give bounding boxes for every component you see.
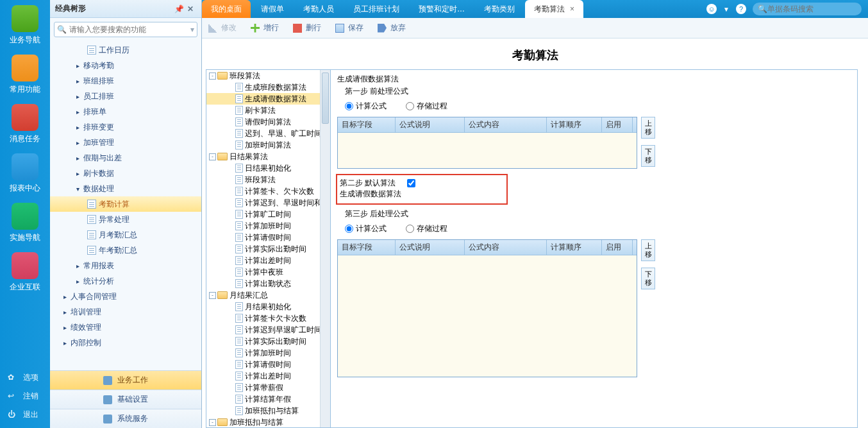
radio-calc-3-input[interactable] bbox=[345, 225, 353, 233]
sidebar-tree-item[interactable]: ▸排班变更 bbox=[50, 119, 201, 135]
rail-item-fav[interactable]: 常用功能 bbox=[0, 49, 50, 99]
sidebar-tree-item[interactable]: ▸绩效管理 bbox=[50, 320, 201, 335]
expand-icon[interactable]: - bbox=[209, 153, 216, 160]
move-up-button[interactable]: 上移 bbox=[641, 239, 655, 261]
move-down-button[interactable]: 下移 bbox=[641, 145, 655, 167]
sidebar-tree-item[interactable]: ▸移动考勤 bbox=[50, 58, 201, 73]
algo-tree-item[interactable]: 计算出勤状态 bbox=[206, 278, 330, 289]
algo-tree-item[interactable]: 班段算法 bbox=[206, 174, 330, 185]
radio-calc-input[interactable] bbox=[345, 102, 353, 110]
sidebar-tree-item[interactable]: ▸统计分析 bbox=[50, 273, 201, 289]
algo-tree-item[interactable]: 计算出差时间 bbox=[206, 255, 330, 266]
sidebar-tree-item[interactable]: ▸培训管理 bbox=[50, 304, 201, 320]
step3-grid[interactable]: 目标字段 公式说明 公式内容 计算顺序 启用 bbox=[337, 239, 637, 377]
expand-icon[interactable]: - bbox=[209, 292, 216, 299]
grid-col[interactable]: 公式说明 bbox=[396, 117, 465, 132]
radio-proc-3-input[interactable] bbox=[406, 225, 414, 233]
tab[interactable]: 员工排班计划 bbox=[344, 0, 408, 18]
sidebar-tree-item[interactable]: 工作日历 bbox=[50, 42, 201, 58]
scrollbar[interactable] bbox=[320, 70, 330, 427]
sidebar-tree-item[interactable]: ▸加班管理 bbox=[50, 135, 201, 150]
algo-tree-item[interactable]: 计算出差时间 bbox=[206, 370, 330, 382]
global-search[interactable]: 🔍 bbox=[753, 3, 862, 15]
algo-tree-item[interactable]: 加班时间算法 bbox=[206, 139, 330, 151]
algo-tree-item[interactable]: 计算迟到早退旷工时间 bbox=[206, 324, 330, 336]
radio-proc-input[interactable] bbox=[406, 102, 414, 110]
algo-tree-item[interactable]: 计算请假时间 bbox=[206, 359, 330, 370]
algo-tree-item[interactable]: -日结果算法 bbox=[206, 151, 330, 162]
expand-icon[interactable]: - bbox=[209, 73, 216, 80]
tab[interactable]: 我的桌面 bbox=[202, 0, 251, 18]
algo-tree-item[interactable]: 迟到、早退、旷工时间 bbox=[206, 128, 330, 139]
step1-grid[interactable]: 目标字段 公式说明 公式内容 计算顺序 启用 bbox=[337, 117, 637, 169]
sidebar-tree-item[interactable]: 异常处理 bbox=[50, 212, 201, 227]
algo-tree-item[interactable]: 计算签卡、欠卡次数 bbox=[206, 185, 330, 197]
grid-body[interactable] bbox=[338, 132, 637, 168]
algo-tree-item[interactable]: 日结果初始化 bbox=[206, 162, 330, 174]
help-icon[interactable]: ? bbox=[736, 4, 746, 14]
grid-col[interactable]: 公式说明 bbox=[396, 240, 465, 255]
save-button[interactable]: 保存 bbox=[335, 22, 363, 33]
tab[interactable]: 考勤类别 bbox=[475, 0, 524, 18]
grid-col[interactable]: 计算顺序 bbox=[547, 240, 602, 255]
rail-item-report[interactable]: 报表中心 bbox=[0, 148, 50, 198]
grid-col[interactable]: 启用 bbox=[602, 240, 633, 255]
sidebar-tree-item[interactable]: ▾数据处理 bbox=[50, 181, 201, 196]
sidebar-tree-item[interactable]: ▸员工排班 bbox=[50, 89, 201, 104]
algo-tree-item[interactable]: -加班抵扣与结算 bbox=[206, 416, 330, 428]
sidebar-tree-item[interactable]: ▸内部控制 bbox=[50, 335, 201, 350]
sidebar-btn-base[interactable]: 基础设置 bbox=[50, 389, 201, 409]
grid-col[interactable]: 公式内容 bbox=[465, 240, 547, 255]
sidebar-tree-item[interactable]: 年考勤汇总 bbox=[50, 243, 201, 258]
algo-tree-item[interactable]: 月结果初始化 bbox=[206, 301, 330, 312]
algo-tree-item[interactable]: 计算签卡欠卡次数 bbox=[206, 312, 330, 324]
sidebar-tree-item[interactable]: ▸人事合同管理 bbox=[50, 289, 201, 304]
sidebar-tree-item[interactable]: ▸排班单 bbox=[50, 104, 201, 119]
add-row-button[interactable]: 增行 bbox=[251, 22, 279, 33]
rail-item-impl[interactable]: 实施导航 bbox=[0, 198, 50, 247]
discard-button[interactable]: 放弃 bbox=[378, 22, 406, 33]
algo-tree-item[interactable]: 生成请假数据算法 bbox=[206, 93, 330, 105]
smile-icon[interactable]: ☺ bbox=[706, 4, 717, 14]
algo-tree-item[interactable]: 计算迟到、早退时间和 bbox=[206, 197, 330, 209]
algo-tree-item[interactable]: 计算结算年假 bbox=[206, 393, 330, 405]
tab[interactable]: 考勤人员 bbox=[294, 0, 343, 18]
sidebar-btn-work[interactable]: 业务工作 bbox=[50, 370, 201, 389]
global-search-input[interactable] bbox=[767, 4, 864, 13]
tab[interactable]: 考勤算法× bbox=[525, 0, 583, 18]
radio-calc-3[interactable]: 计算公式 bbox=[345, 223, 387, 234]
sidebar-tree-item[interactable]: ▸班组排班 bbox=[50, 73, 201, 89]
search-input[interactable] bbox=[69, 25, 190, 34]
tab[interactable]: 预警和定时… bbox=[410, 0, 474, 18]
algo-tree-item[interactable]: -班段算法 bbox=[206, 70, 330, 81]
algo-tree-item[interactable]: 计算实际出勤时间 bbox=[206, 243, 330, 255]
radio-calc[interactable]: 计算公式 bbox=[345, 101, 387, 112]
sidebar-tree-item[interactable]: 月考勤汇总 bbox=[50, 227, 201, 243]
sidebar-btn-sys[interactable]: 系统服务 bbox=[50, 409, 201, 428]
radio-proc[interactable]: 存储过程 bbox=[406, 101, 447, 112]
sidebar-tree-item[interactable]: ▸假期与出差 bbox=[50, 150, 201, 166]
rail-options[interactable]: ✿选项 bbox=[0, 368, 50, 387]
edit-button[interactable]: 修改 bbox=[208, 22, 237, 33]
grid-col[interactable]: 公式内容 bbox=[465, 117, 547, 132]
pin-icon[interactable]: 📌 bbox=[174, 4, 183, 13]
tab[interactable]: 请假单 bbox=[252, 0, 293, 18]
tab-close-icon[interactable]: × bbox=[570, 4, 574, 13]
rail-item-biznav[interactable]: 业务导航 bbox=[0, 0, 50, 49]
step2-checkbox[interactable] bbox=[407, 179, 415, 187]
rail-exit[interactable]: ⏻退出 bbox=[0, 406, 50, 424]
search-box[interactable]: 🔍 ▾ bbox=[54, 22, 197, 37]
expand-icon[interactable]: - bbox=[209, 419, 216, 426]
rail-logout[interactable]: ↩注销 bbox=[0, 387, 50, 406]
rail-item-msg[interactable]: 消息任务 bbox=[0, 99, 50, 148]
dropdown-icon[interactable]: ▾ bbox=[190, 25, 194, 34]
algo-tree-item[interactable]: -月结果汇总 bbox=[206, 289, 330, 301]
grid-col[interactable]: 目标字段 bbox=[338, 117, 396, 132]
radio-proc-3[interactable]: 存储过程 bbox=[406, 223, 447, 234]
grid-body[interactable] bbox=[338, 255, 637, 377]
grid-col[interactable]: 启用 bbox=[602, 117, 633, 132]
algo-tree-item[interactable]: 计算请假时间 bbox=[206, 232, 330, 243]
algo-tree-item[interactable]: 计算带薪假 bbox=[206, 382, 330, 393]
sidebar-tree-item[interactable]: ▸刷卡数据 bbox=[50, 166, 201, 181]
sidebar-tree-item[interactable]: 考勤计算 bbox=[50, 196, 201, 212]
